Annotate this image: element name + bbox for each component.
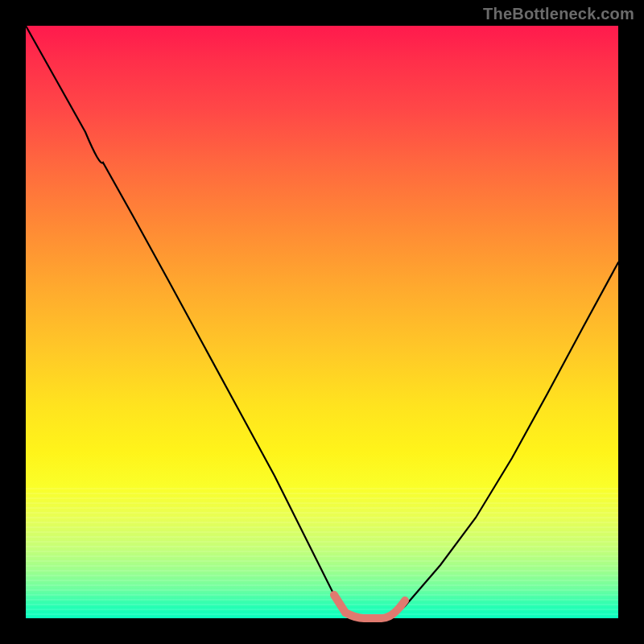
plot-area	[26, 26, 618, 618]
bottleneck-curve	[26, 26, 618, 618]
watermark-text: TheBottleneck.com	[483, 5, 634, 23]
chart-frame: TheBottleneck.com	[0, 0, 644, 644]
optimal-zone-highlight	[334, 595, 405, 618]
curve-layer	[26, 26, 618, 618]
